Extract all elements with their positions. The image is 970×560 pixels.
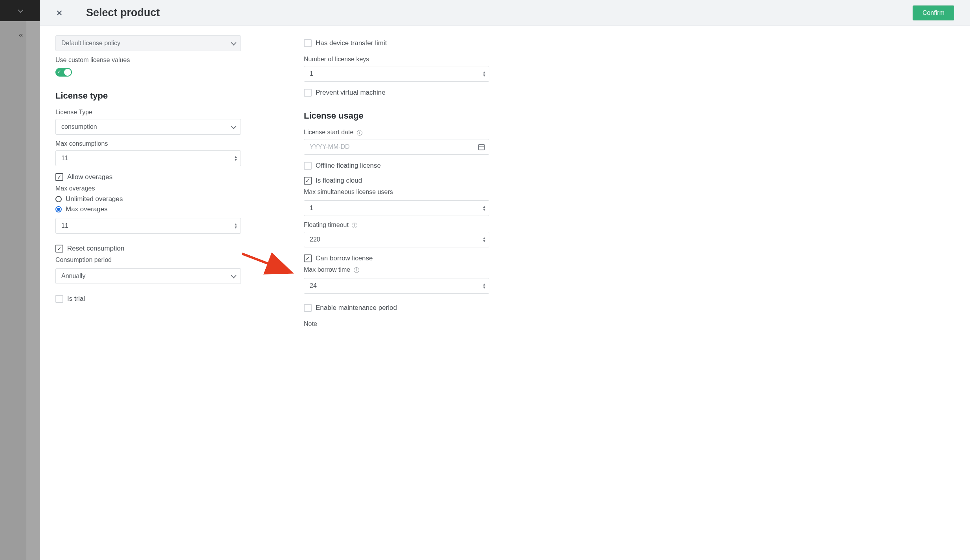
license-type-select[interactable]: consumption <box>55 119 241 135</box>
license-policy-value: Default license policy <box>61 40 120 47</box>
left-column: Default license policy Use custom licens… <box>55 35 241 544</box>
start-date-label: License start date i <box>304 129 489 136</box>
right-column: Has device transfer limit Number of lice… <box>304 35 489 544</box>
max-overages-group-label: Max overages <box>55 185 241 192</box>
drawer-panel: Select product Confirm Default license p… <box>40 0 970 560</box>
license-policy-select[interactable]: Default license policy <box>55 35 241 51</box>
prevent-vm-label: Prevent virtual machine <box>316 89 386 97</box>
max-sim-users-label: Max simultaneous license users <box>304 188 489 196</box>
floating-timeout-label: Floating timeout i <box>304 221 489 229</box>
allow-overages-checkbox[interactable]: ✓ <box>55 173 63 181</box>
chevron-down-icon <box>231 40 235 47</box>
check-icon: ✓ <box>57 69 61 74</box>
device-transfer-checkbox[interactable] <box>304 39 312 47</box>
license-usage-heading: License usage <box>304 111 489 121</box>
stepper-control[interactable]: ▲▼ <box>233 153 239 164</box>
stepper-control[interactable]: ▲▼ <box>481 68 487 79</box>
drawer-body: Default license policy Use custom licens… <box>40 26 970 560</box>
svg-rect-2 <box>479 145 485 150</box>
max-borrow-input[interactable] <box>304 278 489 294</box>
info-icon[interactable]: i <box>352 223 357 228</box>
info-icon[interactable]: i <box>357 130 362 135</box>
chevron-down-icon <box>231 273 235 280</box>
can-borrow-label: Can borrow license <box>316 254 373 262</box>
enable-maintenance-checkbox[interactable] <box>304 304 312 312</box>
svg-line-6 <box>242 254 287 271</box>
start-date-input[interactable] <box>304 139 489 155</box>
confirm-button[interactable]: Confirm <box>913 5 954 20</box>
license-type-heading: License type <box>55 91 241 101</box>
consumption-period-value: Annually <box>61 273 85 280</box>
close-button[interactable] <box>55 9 63 17</box>
floating-timeout-input[interactable] <box>304 232 489 247</box>
reset-consumption-checkbox[interactable]: ✓ <box>55 245 63 253</box>
is-trial-checkbox[interactable] <box>55 295 63 303</box>
stepper-control[interactable]: ▲▼ <box>233 220 239 231</box>
floating-cloud-label: Is floating cloud <box>316 177 362 185</box>
note-label: Note <box>304 320 489 328</box>
max-overages-radio[interactable] <box>55 206 62 212</box>
device-transfer-label: Has device transfer limit <box>316 39 387 47</box>
prevent-vm-checkbox[interactable] <box>304 89 312 97</box>
floating-cloud-checkbox[interactable]: ✓ <box>304 177 312 185</box>
consumption-period-label: Consumption period <box>55 256 241 264</box>
num-keys-input[interactable] <box>304 66 489 82</box>
license-type-value: consumption <box>61 123 97 130</box>
custom-values-toggle[interactable]: ✓ <box>55 68 72 77</box>
reset-consumption-label: Reset consumption <box>67 245 125 253</box>
max-consumptions-label: Max consumptions <box>55 140 241 147</box>
max-overages-input[interactable] <box>55 218 241 234</box>
stepper-control[interactable]: ▲▼ <box>481 280 487 291</box>
is-trial-label: Is trial <box>67 295 85 303</box>
custom-values-label: Use custom license values <box>55 57 241 64</box>
allow-overages-label: Allow overages <box>67 173 112 181</box>
info-icon[interactable]: i <box>354 267 359 273</box>
stepper-control[interactable]: ▲▼ <box>481 203 487 214</box>
enable-maintenance-label: Enable maintenance period <box>316 304 397 312</box>
max-sim-users-input[interactable] <box>304 200 489 216</box>
max-consumptions-input[interactable] <box>55 150 241 166</box>
chevron-down-icon <box>231 123 235 130</box>
max-overages-label: Max overages <box>66 205 108 213</box>
stepper-control[interactable]: ▲▼ <box>481 234 487 245</box>
unlimited-overages-radio[interactable] <box>55 196 62 202</box>
consumption-period-select[interactable]: Annually <box>55 268 241 284</box>
offline-floating-checkbox[interactable] <box>304 162 312 170</box>
arrow-annotation <box>240 251 295 278</box>
unlimited-overages-label: Unlimited overages <box>66 195 123 203</box>
license-type-label: License Type <box>55 109 241 116</box>
calendar-icon[interactable] <box>478 143 485 152</box>
backdrop-overlay <box>0 0 40 560</box>
max-borrow-label: Max borrow time i <box>304 266 489 273</box>
can-borrow-checkbox[interactable]: ✓ <box>304 254 312 262</box>
drawer-header: Select product Confirm <box>40 0 970 26</box>
drawer-title: Select product <box>86 7 160 19</box>
toggle-knob <box>64 69 71 76</box>
offline-floating-label: Offline floating license <box>316 162 381 170</box>
num-keys-label: Number of license keys <box>304 56 489 63</box>
